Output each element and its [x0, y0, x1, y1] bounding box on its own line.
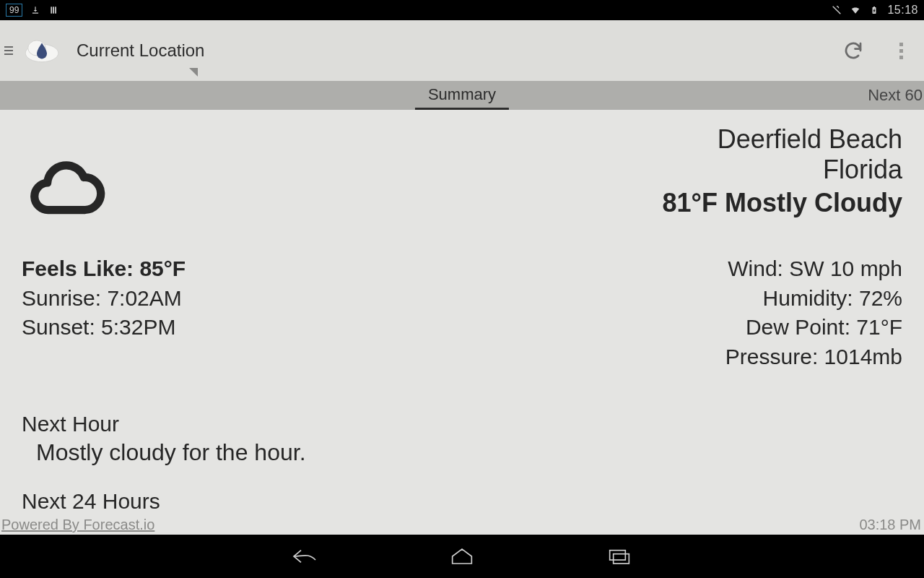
action-bar: Current Location: [0, 20, 924, 81]
wifi-icon: [850, 4, 861, 16]
recents-button[interactable]: [602, 542, 637, 571]
tab-next60[interactable]: Next 60: [866, 81, 924, 110]
refresh-button[interactable]: [842, 39, 865, 62]
current-condition: 81°F Mostly Cloudy: [663, 188, 902, 218]
sunrise-time: Sunrise: 7:02AM: [22, 284, 186, 314]
feels-like: Feels Like: 85°F: [22, 254, 186, 284]
download-icon: [30, 4, 41, 16]
footer-bar: Powered By Forecast.io 03:18 PM: [0, 514, 924, 535]
svg-rect-2: [56, 7, 57, 13]
next-hour-heading: Next Hour: [22, 412, 902, 436]
spinner-dropdown-icon[interactable]: [189, 68, 198, 77]
overflow-menu-button[interactable]: [889, 39, 912, 62]
bars-icon: [48, 4, 60, 16]
back-button[interactable]: [287, 542, 322, 571]
battery-charging-icon: [868, 4, 880, 16]
next-24-heading: Next 24 Hours: [22, 489, 902, 514]
statusbar-badge: 99: [6, 4, 22, 17]
location-state: Florida: [663, 155, 902, 185]
tab-summary[interactable]: Summary: [415, 81, 509, 110]
humidity-stat: Humidity: 72%: [725, 284, 902, 314]
dewpoint-stat: Dew Point: 71°F: [725, 313, 902, 342]
tab-strip: Summary Next 60: [0, 81, 924, 110]
location-city: Deerfield Beach: [663, 124, 902, 155]
drawer-icon[interactable]: [3, 46, 13, 55]
location-spinner-title[interactable]: Current Location: [77, 40, 204, 61]
pressure-stat: Pressure: 1014mb: [725, 342, 902, 372]
wind-stat: Wind: SW 10 mph: [725, 254, 902, 284]
summary-panel: Deerfield Beach Florida 81°F Mostly Clou…: [0, 110, 924, 535]
next-hour-text: Mostly cloudy for the hour.: [36, 439, 902, 466]
vibrate-icon: [831, 4, 842, 16]
svg-rect-1: [53, 7, 55, 13]
last-updated-time: 03:18 PM: [859, 517, 921, 533]
svg-rect-0: [51, 7, 53, 13]
svg-rect-5: [614, 554, 629, 564]
powered-by-link[interactable]: Powered By Forecast.io: [1, 517, 154, 533]
sunset-time: Sunset: 5:32PM: [22, 313, 186, 342]
android-navbar: [0, 535, 924, 578]
weather-condition-icon: [22, 124, 108, 218]
app-icon[interactable]: [22, 35, 62, 66]
home-button[interactable]: [445, 542, 479, 571]
statusbar-clock: 15:18: [887, 4, 918, 17]
svg-rect-6: [610, 551, 626, 560]
android-statusbar: 99 15:18: [0, 0, 924, 20]
